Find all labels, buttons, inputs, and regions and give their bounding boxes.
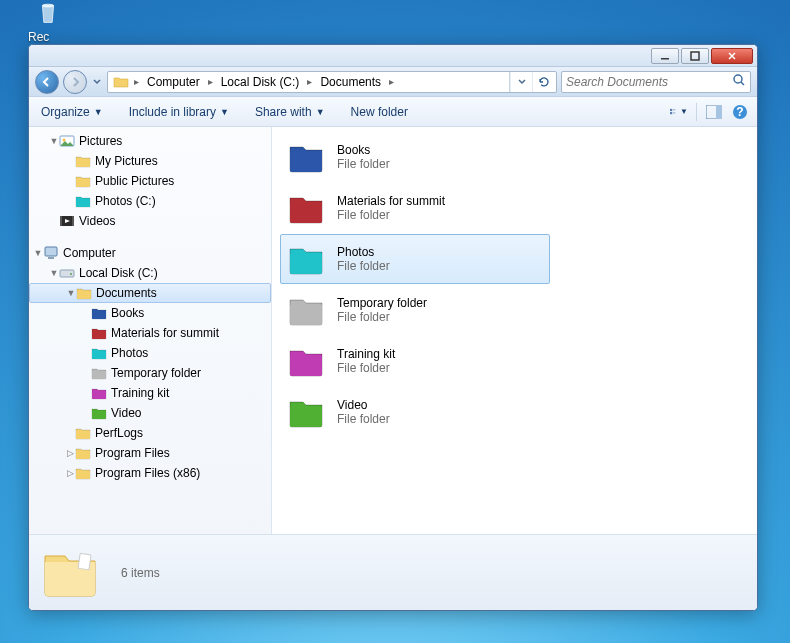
view-mode-button[interactable]: ▼	[670, 103, 688, 121]
tree-item[interactable]: Photos	[29, 343, 271, 363]
tree-item	[29, 231, 271, 243]
refresh-button[interactable]	[532, 72, 554, 92]
tree-item[interactable]: ▷Program Files	[29, 443, 271, 463]
nav-history-dropdown[interactable]	[91, 70, 103, 94]
search-input[interactable]	[566, 75, 728, 89]
file-item[interactable]: PhotosFile folder	[280, 234, 550, 284]
folder-y-icon	[75, 445, 91, 461]
folder-magenta-icon	[91, 385, 107, 401]
tree-item[interactable]: PerfLogs	[29, 423, 271, 443]
folder-y-icon	[75, 425, 91, 441]
search-icon[interactable]	[732, 73, 746, 90]
explorer-window: ▸ Computer ▸ Local Disk (C:) ▸ Documents…	[28, 44, 758, 611]
tree-item[interactable]: ▼Documents	[29, 283, 271, 303]
navigation-tree[interactable]: ▼PicturesMy PicturesPublic PicturesPhoto…	[29, 127, 272, 534]
tree-item[interactable]: Books	[29, 303, 271, 323]
tree-item[interactable]: Temporary folder	[29, 363, 271, 383]
tree-item-label: Program Files	[95, 446, 170, 460]
file-item[interactable]: Training kitFile folder	[280, 336, 749, 386]
file-name: Books	[337, 143, 390, 157]
tree-item-label: Photos	[111, 346, 148, 360]
file-list[interactable]: BooksFile folderMaterials for summitFile…	[272, 127, 757, 534]
new-folder-button[interactable]: New folder	[347, 103, 412, 121]
tree-toggle-icon[interactable]: ▼	[49, 136, 59, 146]
tree-toggle-icon[interactable]: ▼	[49, 268, 59, 278]
file-item[interactable]: Temporary folderFile folder	[280, 285, 749, 335]
include-in-library-button[interactable]: Include in library▼	[125, 103, 233, 121]
help-button[interactable]: ?	[731, 103, 749, 121]
recycle-bin-label: Rec	[28, 30, 49, 44]
folder-gray-icon	[91, 365, 107, 381]
tree-toggle-icon[interactable]: ▷	[65, 448, 75, 458]
tree-item[interactable]: My Pictures	[29, 151, 271, 171]
chevron-right-icon[interactable]: ▸	[206, 76, 215, 87]
tree-item-label: Training kit	[111, 386, 169, 400]
folder-blue-icon	[91, 305, 107, 321]
folder-icon	[285, 391, 327, 433]
minimize-button[interactable]	[651, 48, 679, 64]
folder-cyan-icon	[75, 193, 91, 209]
tree-item[interactable]: ▷Program Files (x86)	[29, 463, 271, 483]
tree-item-label: My Pictures	[95, 154, 158, 168]
tree-item-label: Pictures	[79, 134, 122, 148]
toolbar-divider	[696, 103, 697, 121]
organize-button[interactable]: Organize▼	[37, 103, 107, 121]
tree-item[interactable]: Public Pictures	[29, 171, 271, 191]
maximize-button[interactable]	[681, 48, 709, 64]
folder-icon	[285, 136, 327, 178]
tree-item[interactable]: Videos	[29, 211, 271, 231]
search-box[interactable]	[561, 71, 751, 93]
recycle-bin[interactable]: Rec	[28, 0, 68, 44]
titlebar	[29, 45, 757, 67]
tree-item-label: Public Pictures	[95, 174, 174, 188]
file-item[interactable]: BooksFile folder	[280, 132, 749, 182]
file-type: File folder	[337, 310, 427, 324]
crumb-computer[interactable]: Computer	[141, 72, 206, 92]
back-button[interactable]	[35, 70, 59, 94]
tree-item-label: Program Files (x86)	[95, 466, 200, 480]
file-name: Photos	[337, 245, 390, 259]
preview-pane-button[interactable]	[705, 103, 723, 121]
file-type: File folder	[337, 259, 390, 273]
tree-toggle-icon[interactable]: ▷	[65, 468, 75, 478]
breadcrumb[interactable]: ▸ Computer ▸ Local Disk (C:) ▸ Documents…	[107, 71, 557, 93]
videos-icon	[59, 213, 75, 229]
tree-item-label: Temporary folder	[111, 366, 201, 380]
crumb-documents[interactable]: Documents	[314, 72, 387, 92]
folder-y-icon	[75, 465, 91, 481]
tree-item-label: Videos	[79, 214, 115, 228]
tree-item[interactable]: ▼Local Disk (C:)	[29, 263, 271, 283]
share-with-button[interactable]: Share with▼	[251, 103, 329, 121]
file-name: Video	[337, 398, 390, 412]
tree-item[interactable]: Video	[29, 403, 271, 423]
tree-item[interactable]: Training kit	[29, 383, 271, 403]
tree-item[interactable]: Photos (C:)	[29, 191, 271, 211]
tree-item[interactable]: ▼Computer	[29, 243, 271, 263]
svg-rect-3	[670, 108, 672, 110]
file-name: Training kit	[337, 347, 395, 361]
tree-item[interactable]: ▼Pictures	[29, 131, 271, 151]
svg-rect-16	[60, 270, 74, 277]
chevron-right-icon[interactable]: ▸	[132, 76, 141, 87]
forward-button[interactable]	[63, 70, 87, 94]
file-item[interactable]: Materials for summitFile folder	[280, 183, 749, 233]
svg-point-0	[42, 4, 53, 7]
svg-rect-15	[48, 257, 54, 259]
pictures-icon	[59, 133, 75, 149]
file-type: File folder	[337, 412, 390, 426]
close-button[interactable]	[711, 48, 753, 64]
addr-dropdown-button[interactable]	[510, 72, 532, 92]
svg-point-2	[734, 75, 742, 83]
chevron-right-icon[interactable]: ▸	[387, 76, 396, 87]
file-item[interactable]: VideoFile folder	[280, 387, 749, 437]
chevron-right-icon[interactable]: ▸	[305, 76, 314, 87]
tree-item[interactable]: Materials for summit	[29, 323, 271, 343]
tree-toggle-icon[interactable]: ▼	[33, 248, 43, 258]
file-type: File folder	[337, 208, 445, 222]
svg-rect-12	[60, 216, 62, 226]
tree-item-label: Local Disk (C:)	[79, 266, 158, 280]
tree-item-label: Books	[111, 306, 144, 320]
tree-toggle-icon[interactable]: ▼	[66, 288, 76, 298]
crumb-local-disk[interactable]: Local Disk (C:)	[215, 72, 306, 92]
folder-y-icon	[75, 153, 91, 169]
